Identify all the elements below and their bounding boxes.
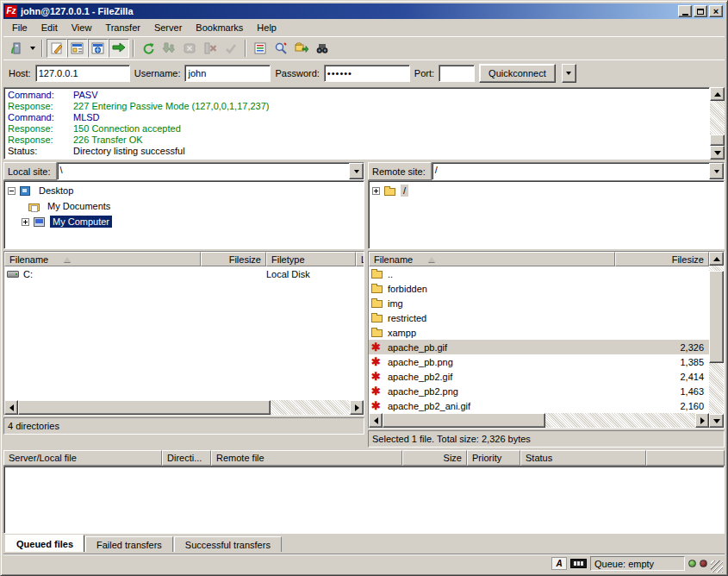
disconnect-button[interactable] <box>200 39 221 58</box>
local-site-dropdown-button[interactable] <box>349 163 364 179</box>
data-type-ascii-icon[interactable]: A <box>551 557 567 570</box>
scroll-right-button[interactable] <box>350 400 364 415</box>
column-header-filesize[interactable]: Filesize <box>615 252 709 266</box>
remote-vertical-scrollbar[interactable] <box>709 252 724 428</box>
scroll-thumb[interactable] <box>18 400 271 415</box>
site-manager-button[interactable] <box>6 39 27 58</box>
column-header-filename[interactable]: Filename <box>4 252 201 266</box>
scroll-track[interactable] <box>710 101 725 146</box>
remote-file-row[interactable]: forbidden <box>369 281 709 296</box>
folder-icon <box>371 268 385 280</box>
column-header-direction[interactable]: Directi... <box>162 450 211 466</box>
tab-successful-transfers[interactable]: Successful transfers <box>174 536 282 552</box>
local-site-combo[interactable]: \ <box>57 162 364 180</box>
reconnect-button[interactable] <box>221 39 241 58</box>
remote-treeview-toggle-button[interactable] <box>88 39 109 58</box>
log-vertical-scrollbar[interactable] <box>710 87 725 160</box>
tree-item-my-documents[interactable]: My Documents <box>8 198 364 214</box>
menu-transfer[interactable]: Transfer <box>98 21 147 34</box>
scroll-up-button[interactable] <box>710 87 725 101</box>
collapse-icon[interactable] <box>8 187 16 195</box>
remote-file-row[interactable]: ✱apache_pb.png1,385 <box>369 354 709 369</box>
tree-item-root[interactable]: / <box>372 183 724 198</box>
scroll-left-button[interactable] <box>369 413 383 428</box>
remote-file-row[interactable]: .. <box>369 266 709 281</box>
local-tree[interactable]: Desktop My Documents My Computer <box>3 180 364 249</box>
menu-view[interactable]: View <box>65 21 99 34</box>
filezilla-logo-icon: Fz <box>5 5 17 17</box>
site-manager-dropdown-button[interactable] <box>27 39 38 58</box>
local-file-row[interactable]: C: Local Disk <box>4 266 364 281</box>
quickconnect-button[interactable]: Quickconnect <box>479 64 556 83</box>
column-header-filetype[interactable]: Filetype <box>266 252 356 266</box>
host-input[interactable] <box>35 65 130 82</box>
local-horizontal-scrollbar[interactable] <box>4 400 364 415</box>
remote-file-row[interactable]: ✱apache_pb2.gif2,414 <box>369 369 709 384</box>
find-files-button[interactable] <box>312 39 333 58</box>
message-log[interactable]: Command:PASV Response:227 Entering Passi… <box>3 87 710 160</box>
scroll-down-button[interactable] <box>709 414 724 428</box>
remote-file-row[interactable]: restricted <box>369 310 709 325</box>
column-header-remote-file[interactable]: Remote file <box>211 450 402 466</box>
scroll-track[interactable] <box>18 400 350 415</box>
resize-grip[interactable] <box>711 560 723 573</box>
synchronized-browsing-button[interactable] <box>291 39 312 58</box>
remote-file-row-selected[interactable]: ✱apache_pb.gif2,326 <box>369 340 709 354</box>
tab-queued-files[interactable]: Queued files <box>5 535 84 552</box>
directory-comparison-button[interactable] <box>271 39 291 58</box>
tree-item-my-computer[interactable]: My Computer <box>8 214 364 229</box>
minimize-button[interactable] <box>678 5 692 17</box>
remote-file-row[interactable]: xampp <box>369 325 709 340</box>
column-header-lastmodified[interactable]: L <box>356 252 364 266</box>
transfer-queue-toggle-button[interactable] <box>109 39 129 58</box>
close-button[interactable]: × <box>709 5 723 17</box>
column-header-filesize[interactable]: Filesize <box>201 252 266 266</box>
column-header-size[interactable]: Size <box>402 450 467 466</box>
port-input[interactable] <box>439 65 475 82</box>
title-bar[interactable]: Fz john@127.0.0.1 - FileZilla × <box>3 3 725 19</box>
remote-site-combo[interactable]: / <box>432 162 725 180</box>
tab-failed-transfers[interactable]: Failed transfers <box>85 536 173 552</box>
menu-file[interactable]: File <box>5 21 34 34</box>
quickconnect-dropdown-button[interactable] <box>562 64 576 83</box>
local-treeview-toggle-button[interactable] <box>67 39 88 58</box>
tree-item-desktop[interactable]: Desktop <box>8 183 364 198</box>
maximize-button[interactable] <box>694 5 707 17</box>
scroll-track[interactable] <box>709 266 724 414</box>
refresh-button[interactable] <box>138 39 159 58</box>
scroll-thumb[interactable] <box>383 413 545 428</box>
remote-horizontal-scrollbar[interactable] <box>369 413 709 428</box>
remote-file-row[interactable]: ✱apache_pb2.png1,463 <box>369 384 709 398</box>
column-header-server-local-file[interactable]: Server/Local file <box>3 450 162 466</box>
remote-site-dropdown-button[interactable] <box>709 163 724 179</box>
username-input[interactable] <box>184 65 271 82</box>
process-queue-button[interactable] <box>159 39 179 58</box>
column-header-priority[interactable]: Priority <box>467 450 520 466</box>
expand-icon[interactable] <box>22 218 29 226</box>
password-input[interactable] <box>324 65 410 82</box>
keyboard-badge-icon[interactable] <box>570 559 587 568</box>
remote-tree[interactable]: / <box>368 180 725 249</box>
scroll-down-button[interactable] <box>710 146 725 160</box>
remote-file-list[interactable]: .. forbidden img restricted xampp ✱apach… <box>369 266 709 413</box>
column-header-filename[interactable]: Filename <box>369 252 615 266</box>
remote-file-row[interactable]: ✱apache_pb2_ani.gif2,160 <box>369 398 709 413</box>
scroll-thumb[interactable] <box>710 135 725 146</box>
message-log-toggle-button[interactable] <box>47 39 67 58</box>
menu-server[interactable]: Server <box>147 21 189 34</box>
filter-button[interactable] <box>250 39 271 58</box>
queue-list[interactable] <box>3 466 725 534</box>
menu-help[interactable]: Help <box>250 21 283 34</box>
scroll-thumb[interactable] <box>709 271 724 363</box>
menu-bookmarks[interactable]: Bookmarks <box>189 21 250 34</box>
remote-file-row[interactable]: img <box>369 296 709 310</box>
scroll-track[interactable] <box>383 413 695 428</box>
scroll-left-button[interactable] <box>4 400 18 415</box>
column-header-status[interactable]: Status <box>520 450 646 466</box>
local-file-list[interactable]: C: Local Disk <box>4 266 364 400</box>
menu-edit[interactable]: Edit <box>34 21 65 34</box>
cancel-operation-button[interactable] <box>179 39 200 58</box>
expand-icon[interactable] <box>372 187 380 195</box>
scroll-up-button[interactable] <box>709 252 724 266</box>
scroll-right-button[interactable] <box>695 413 709 428</box>
